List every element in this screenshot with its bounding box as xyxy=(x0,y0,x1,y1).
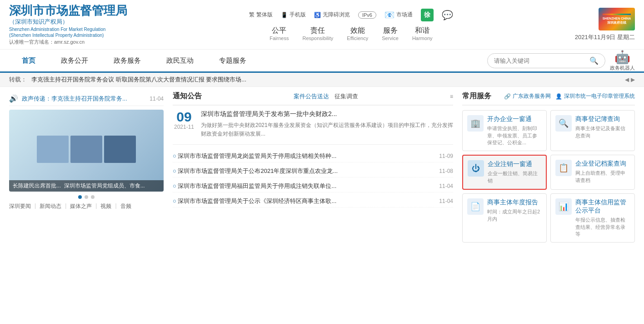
xu-link[interactable]: 徐 xyxy=(421,9,434,21)
logo-title: 深圳市市场监督管理局 xyxy=(9,4,127,18)
services-header: 常用服务 🔗 广东政务服务网 👤 深圳市统一电子印章管理系统 xyxy=(462,91,635,106)
ticker-bar: 转载： 李克强主持召开国务院常务会议 听取国务院第八次大督查情况汇报 要求围绕市… xyxy=(0,73,644,87)
notices-title: 通知公告 xyxy=(173,91,202,101)
news-link-sz[interactable]: 深圳要闻 xyxy=(9,202,31,210)
logo-subtitle: （深圳市知识产权局） xyxy=(9,18,127,26)
news-image-carousel: 长陈建民出席首批... 深圳市场监管局党组成员、市食... xyxy=(9,110,164,192)
news-dot-1[interactable] xyxy=(78,195,82,199)
news-dot-2[interactable] xyxy=(85,195,88,199)
business-query-icon: 🔍 xyxy=(555,115,572,132)
notice-item-text-2[interactable]: 深圳市市场监督管理局关于公布2021年度深圳市重点农业龙... xyxy=(173,167,439,175)
market-link[interactable]: 📧市场通 xyxy=(384,10,413,20)
service-business-query[interactable]: 🔍 商事登记簿查询 商事主体登记及备案信息查询 xyxy=(550,110,635,151)
mobile-link[interactable]: 📱手机版 xyxy=(281,11,306,19)
cancel-business-icon: ⏻ xyxy=(468,160,484,177)
left-column: 🔊 政声传递：李克强主持召开国务院常务... 11-04 长陈建 xyxy=(9,91,164,243)
voice-news-text[interactable]: 政声传递：李克强主持召开国务院常务... xyxy=(22,95,146,103)
notice-item-text-1[interactable]: 深圳市市场监督管理局龙岗监管局关于停用或注销相关特种... xyxy=(173,152,439,160)
open-business-desc: 申请营业执照、刻制印章、申领发票、员工参保登记、公积金... xyxy=(487,125,542,146)
notice-month: 2021-11 xyxy=(174,124,194,130)
shenzhen-seal-link[interactable]: 👤 深圳市统一电子印章管理系统 xyxy=(555,92,635,100)
right-column: 常用服务 🔗 广东政务服务网 👤 深圳市统一电子印章管理系统 🏢 开办企业一窗通… xyxy=(462,91,635,243)
robot-area[interactable]: 🤖 政务机器人 xyxy=(610,50,635,71)
wechat-link[interactable]: 💬 xyxy=(442,10,453,20)
header-right: SHENZHEN CHINA深圳政府在线 2021年11月9日 星期二 xyxy=(575,8,635,41)
nav-tab-home[interactable]: 首页 xyxy=(9,50,48,73)
notice-item-date-1: 11-09 xyxy=(439,153,453,159)
service-grid: 🏢 开办企业一窗通 申请营业执照、刻制印章、申领发票、员工参保登记、公积金...… xyxy=(462,110,635,243)
archive-query-name: 企业登记档案查询 xyxy=(575,160,630,168)
trad-chinese-link[interactable]: 繁繁体版 xyxy=(249,11,273,19)
notices-tab-survey[interactable]: 征集调查 xyxy=(334,92,358,101)
search-box: 🔍 xyxy=(487,53,605,68)
news-caption: 长陈建民出席首批... 深圳市场监管局党组成员、市食... xyxy=(9,180,164,192)
annual-report-icon: 📄 xyxy=(467,198,484,215)
ticker-text: 李克强主持召开国务院常务会议 听取国务院第八次大督查情况汇报 要求围绕市场... xyxy=(31,76,620,84)
search-area: 🔍 🤖 政务机器人 xyxy=(487,50,635,71)
notice-item: 深圳市市场监督管理局龙岗监管局关于停用或注销相关特种... 11-09 xyxy=(173,150,453,162)
header-center: 繁繁体版 📱手机版 ♿无障碍浏览 IPv6 📧市场通 徐 💬 公平 Fairne… xyxy=(249,9,453,41)
service-open-business[interactable]: 🏢 开办企业一窗通 申请营业执照、刻制印章、申领发票、员工参保登记、公积金... xyxy=(462,110,547,151)
top-bar: 深圳市市场监督管理局 （深圳市知识产权局） Shenzhen Administr… xyxy=(0,0,644,50)
ticker-arrows: ◀ ▶ xyxy=(625,76,635,83)
guangdong-service-link[interactable]: 🔗 广东政务服务网 xyxy=(504,92,551,100)
ticker-prev[interactable]: ◀ xyxy=(625,76,629,83)
notice-item-text-4[interactable]: 深圳市市场监督管理局关于公示《深圳经济特区商事主体歌... xyxy=(173,197,439,205)
value-fairness: 公平 Fairness xyxy=(270,26,289,41)
notices-tab-case[interactable]: 案件公告送达 xyxy=(294,92,329,101)
annual-report-desc: 时间：成立周年之日起2月内 xyxy=(487,208,542,223)
archive-query-desc: 网上自助查档、受理申请查档 xyxy=(575,170,630,184)
notice-item-text-3[interactable]: 深圳市市场监督管理局福田监管局关于停用或注销失联单位... xyxy=(173,182,439,190)
voice-icon: 🔊 xyxy=(9,94,18,103)
service-annual-report[interactable]: 📄 商事主体年度报告 时间：成立周年之日起2月内 xyxy=(462,193,547,243)
accessibility-link[interactable]: ♿无障碍浏览 xyxy=(314,11,350,19)
service-archive-query[interactable]: 📋 企业登记档案查询 网上自助查档、受理申请查档 xyxy=(550,155,635,190)
logo-en2: (Shenzhen Intellectual Property Administ… xyxy=(9,33,127,38)
news-link-audio[interactable]: 音频 xyxy=(120,202,131,210)
news-dots xyxy=(9,195,164,199)
notices-tabs: 案件公告送达 征集调查 xyxy=(294,92,358,101)
nav-bar: 首页 政务公开 政务服务 政民互动 专题服务 🔍 🤖 政务机器人 xyxy=(0,50,644,73)
news-link-video[interactable]: 视频 xyxy=(100,202,111,210)
nav-tab-special[interactable]: 专题服务 xyxy=(206,50,259,73)
value-efficiency: 效能 Efficiency xyxy=(347,26,368,41)
notices-header: 通知公告 案件公告送达 征集调查 ≡ xyxy=(173,91,453,106)
ticker-label: 转载： xyxy=(9,76,27,84)
business-query-name: 商事登记簿查询 xyxy=(575,115,630,123)
search-input[interactable] xyxy=(494,57,586,64)
logo-area: 深圳市市场监督管理局 （深圳市知识产权局） Shenzhen Administr… xyxy=(9,4,127,46)
service-cancel-business[interactable]: ⏻ 企业注销一窗通 企业一般注销、简易注销 xyxy=(462,155,547,190)
news-dot-3[interactable] xyxy=(91,195,95,199)
cancel-business-name: 企业注销一窗通 xyxy=(488,160,541,168)
value-harmony: 和谐 Harmony xyxy=(412,26,433,41)
person-icon: 👤 xyxy=(555,93,562,100)
credit-platform-name: 商事主体信用监管公示平台 xyxy=(575,198,630,215)
notice-item: 深圳市市场监督管理局福田监管局关于停用或注销失联单位... 11-04 xyxy=(173,180,453,192)
notice-day: 09 xyxy=(176,110,191,124)
notice-featured-desc: 为做好第一批中央财政2021年服务业发展资金（知识产权运营服务体系建设）项目的申… xyxy=(201,121,453,138)
ipv6-badge[interactable]: IPv6 xyxy=(358,11,376,19)
voice-news-date: 11-04 xyxy=(150,96,164,102)
open-business-icon: 🏢 xyxy=(467,115,484,132)
news-link-news[interactable]: 新闻动态 xyxy=(40,202,61,210)
nav-tab-gov-open[interactable]: 政务公开 xyxy=(48,50,101,73)
middle-column: 通知公告 案件公告送达 征集调查 ≡ 09 2021-11 深圳市场监督管理局关… xyxy=(164,91,462,243)
cancel-business-desc: 企业一般注销、简易注销 xyxy=(488,170,541,184)
notice-item: 深圳市市场监督管理局关于公布2021年度深圳市重点农业龙... 11-08 xyxy=(173,165,453,177)
values-row: 公平 Fairness 责任 Responsibility 效能 Efficie… xyxy=(270,26,432,41)
search-icon[interactable]: 🔍 xyxy=(589,56,599,65)
notice-item-date-3: 11-04 xyxy=(439,183,453,189)
nav-tab-interaction[interactable]: 政民互动 xyxy=(154,50,206,73)
services-title: 常用服务 xyxy=(462,91,491,101)
notice-item: 深圳市市场监督管理局关于公示《深圳经济特区商事主体歌... 11-04 xyxy=(173,195,453,208)
value-service: 服务 Service xyxy=(382,26,399,41)
news-link-media[interactable]: 媒体之声 xyxy=(70,202,92,210)
date-display: 2021年11月9日 星期二 xyxy=(575,33,635,41)
news-footer-links: 深圳要闻 | 新闻动态 | 媒体之声 | 视频 | 音频 xyxy=(9,202,164,210)
nav-tab-gov-service[interactable]: 政务服务 xyxy=(101,50,154,73)
ticker-next[interactable]: ▶ xyxy=(631,76,635,83)
notice-item-date-2: 11-08 xyxy=(439,168,453,174)
notice-featured-title[interactable]: 深圳市场监督管理局关于发布第一批中央财政2... xyxy=(201,110,453,118)
notice-featured: 09 2021-11 深圳市场监督管理局关于发布第一批中央财政2... 为做好第… xyxy=(173,110,453,144)
service-credit-platform[interactable]: 📊 商事主体信用监管公示平台 年报公示信息、抽查检查结果、经营异常名录等 xyxy=(550,193,635,243)
